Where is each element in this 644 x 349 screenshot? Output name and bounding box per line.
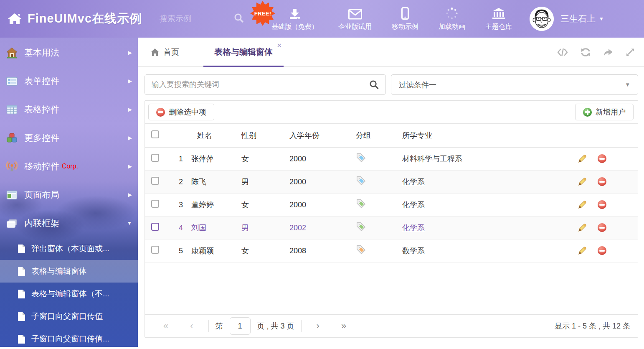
col-header-group: 分组 [352, 130, 400, 140]
layout-icon [6, 189, 18, 201]
user-menu[interactable]: 三生石上 ▼ [560, 13, 604, 25]
delete-icon[interactable] [598, 200, 607, 209]
major-link[interactable]: 化学系 [402, 178, 425, 186]
delete-selected-button[interactable]: 删除选中项 [148, 104, 214, 120]
sidebar-subitem-popup-window[interactable]: 弹出窗体（本页面或... [0, 237, 138, 260]
sidebar-item-inline-frames[interactable]: 内联框架 ▼ [0, 209, 138, 237]
nav-label: 基础版（免费） [271, 23, 318, 31]
sidebar-item-page-layout[interactable]: 页面布局 ▶ [0, 181, 138, 209]
home-logo-icon[interactable] [8, 13, 22, 25]
free-badge: FREE! [250, 0, 276, 26]
bank-icon [492, 6, 505, 20]
delete-icon[interactable] [598, 154, 607, 163]
svg-text:FREE!: FREE! [254, 10, 271, 17]
cell-gender: 女 [239, 200, 287, 210]
row-checkbox[interactable] [151, 154, 159, 162]
sidebar-item-basic-usage[interactable]: 基本用法 ▶ [0, 38, 138, 67]
col-header-year: 入学年份 [287, 130, 352, 140]
row-index: 2 [168, 178, 189, 186]
cubes-icon [6, 132, 18, 144]
edit-icon[interactable] [578, 154, 587, 163]
sidebar-item-label: 更多控件 [24, 132, 128, 144]
col-header-major: 所学专业 [400, 130, 571, 140]
row-checkbox[interactable] [151, 200, 159, 208]
form-icon [6, 76, 18, 87]
cell-year: 2002 [287, 224, 352, 232]
major-link[interactable]: 材料科学与工程系 [402, 155, 462, 163]
sidebar-subitem-grid-edit-window-2[interactable]: 表格与编辑窗体（不... [0, 283, 138, 305]
nav-label: 移动示例 [392, 23, 418, 31]
cell-gender: 男 [239, 223, 287, 233]
prev-page-button[interactable]: ‹ [179, 321, 204, 331]
edit-icon[interactable] [578, 246, 587, 255]
select-all-checkbox[interactable] [151, 130, 159, 138]
file-icon [18, 312, 25, 321]
user-avatar[interactable] [530, 7, 554, 31]
search-icon[interactable] [363, 80, 385, 89]
cell-year: 2008 [287, 247, 352, 255]
header-search-input[interactable] [160, 14, 222, 23]
cell-name: 刘国 [189, 223, 239, 233]
plus-circle-icon [583, 108, 592, 117]
col-header-name: 姓名 [189, 130, 239, 140]
sidebar: 基本用法 ▶ 表单控件 ▶ 表格控件 ▶ 更多控件 ▶ [0, 38, 138, 349]
keyword-search-box [145, 74, 386, 95]
table-icon [6, 104, 18, 115]
edit-icon[interactable] [578, 200, 587, 209]
fullscreen-icon[interactable] [626, 48, 635, 57]
search-icon[interactable] [234, 13, 244, 25]
next-page-button[interactable]: › [306, 321, 330, 331]
sidebar-subitem-label: 子窗口向父窗口传值 [31, 311, 103, 322]
edit-icon[interactable] [578, 223, 587, 232]
delete-icon[interactable] [598, 246, 607, 255]
page-number-input[interactable] [230, 317, 251, 335]
grid-toolbar: 删除选中项 新增用户 [145, 101, 638, 124]
row-checkbox[interactable] [151, 223, 159, 231]
sidebar-subitem-child-to-parent[interactable]: 子窗口向父窗口传值 [0, 305, 138, 328]
first-page-button[interactable]: « [152, 321, 179, 331]
row-checkbox[interactable] [151, 177, 159, 185]
nav-label: 加载动画 [439, 23, 465, 31]
mobile-icon [401, 6, 409, 20]
nav-item-loading-animation[interactable]: 加载动画 [439, 6, 465, 31]
filter-dropdown[interactable]: 过滤条件一 ▼ [391, 74, 638, 95]
tab-toolbar [557, 48, 635, 57]
pagination-bar: « ‹ 第 页 , 共 3 页 › » 显示 1 - 5 条 , 共 12 条 [145, 314, 638, 337]
corp-badge: Corp. [62, 163, 78, 170]
close-icon[interactable]: ✕ [276, 42, 282, 49]
download-icon [289, 6, 301, 20]
sidebar-subitem-grid-edit-window[interactable]: 表格与编辑窗体 [0, 260, 138, 283]
tab-grid-edit-window[interactable]: 表格与编辑窗体 ✕ [203, 38, 284, 67]
keyword-search-input[interactable] [145, 80, 363, 89]
tab-active-underline [203, 66, 284, 67]
major-link[interactable]: 数学系 [402, 247, 425, 255]
delete-button-label: 删除选中项 [169, 107, 206, 117]
refresh-icon[interactable] [581, 48, 591, 57]
source-code-icon[interactable] [557, 48, 568, 56]
edit-icon[interactable] [578, 177, 587, 186]
nav-item-mobile-demo[interactable]: 移动示例 [392, 6, 418, 31]
sidebar-item-mobile-controls[interactable]: 移动控件 Corp. ▶ [0, 152, 138, 181]
major-link[interactable]: 化学系 [402, 224, 425, 232]
delete-icon[interactable] [598, 223, 607, 232]
tab-home[interactable]: 首页 [150, 47, 179, 58]
cell-gender: 女 [239, 246, 287, 256]
nav-item-basic-free[interactable]: FREE! 基础版（免费） [271, 6, 318, 31]
nav-item-enterprise-trial[interactable]: 企业版试用 [338, 6, 372, 31]
row-checkbox[interactable] [151, 246, 159, 254]
row-index: 3 [168, 201, 189, 209]
sidebar-item-grid-controls[interactable]: 表格控件 ▶ [0, 95, 138, 124]
sidebar-item-form-controls[interactable]: 表单控件 ▶ [0, 67, 138, 95]
open-in-new-icon[interactable] [603, 48, 613, 56]
sidebar-item-more-controls[interactable]: 更多控件 ▶ [0, 124, 138, 152]
major-link[interactable]: 化学系 [402, 201, 425, 209]
table-row: 1 张萍萍 女 2000 材料科学与工程系 [145, 148, 638, 171]
sidebar-subitem-child-to-parent-2[interactable]: 子窗口向父窗口传值... [0, 328, 138, 349]
tag-icon [356, 202, 366, 211]
header-nav: FREE! 基础版（免费） 企业版试用 移动示例 [271, 6, 512, 31]
nav-item-theme-repo[interactable]: 主题仓库 [485, 6, 512, 31]
filter-dropdown-value: 过滤条件一 [399, 80, 625, 90]
last-page-button[interactable]: » [330, 321, 357, 331]
delete-icon[interactable] [598, 177, 607, 186]
add-user-button[interactable]: 新增用户 [575, 104, 634, 120]
